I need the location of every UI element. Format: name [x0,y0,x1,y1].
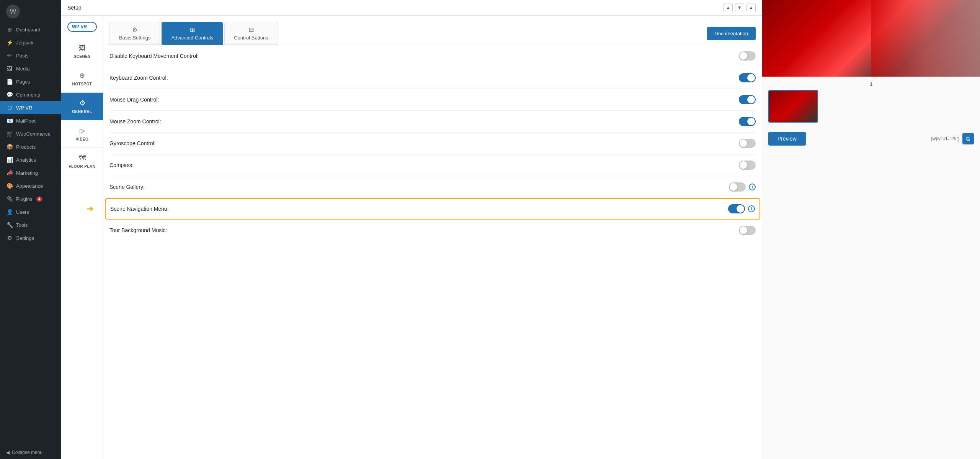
sidebar-item-users[interactable]: 👤 Users [0,205,61,218]
toggle-mouse-zoom[interactable] [739,117,756,126]
sidebar-item-label: Posts [16,53,29,59]
sidebar-item-jetpack[interactable]: ⚡ Jetpack [0,36,61,49]
left-nav-item-video[interactable]: ▷ VIDEO [61,120,103,148]
setting-row-gyroscope: Gyroscope Control: [109,133,756,154]
left-nav-item-scenes[interactable]: 🖼 SCENES [61,38,103,65]
setting-row-mouse-drag: Mouse Drag Control: [109,89,756,111]
mailpoet-icon: 📧 [6,117,13,124]
wp-vr-icon: ⬡ [6,104,13,111]
sidebar-item-analytics[interactable]: 📊 Analytics [0,153,61,166]
setting-label-scene-navigation: Scene Navigation Menu: [110,206,169,212]
sidebar-item-label: Tools [16,222,28,228]
sidebar-item-appearance[interactable]: 🎨 Appearance [0,179,61,192]
scenes-nav-label: SCENES [74,54,90,59]
main-area: Setup ▲ ▼ ▲ WP VR 🖼 SCENES⊕ HOTSPOT⚙ GEN… [61,0,980,459]
setting-label-mouse-zoom: Mouse Zoom Control: [109,118,161,125]
setting-label-scene-gallery: Scene Gallery: [109,184,145,190]
setting-controls-compass [739,161,756,170]
info-icon-scene-navigation[interactable]: i [748,205,755,212]
sidebar-item-wp-vr[interactable]: ⬡ WP VR [0,101,61,114]
dashboard-icon: ⊞ [6,26,13,33]
advanced-controls-tab-icon: ⊞ [190,26,195,33]
scene-number: 1 [768,81,974,87]
preview-background [762,0,980,77]
editor-panel: Setup ▲ ▼ ▲ WP VR 🖼 SCENES⊕ HOTSPOT⚙ GEN… [61,0,762,459]
sidebar-item-tools[interactable]: 🔧 Tools [0,218,61,231]
sidebar-item-pages[interactable]: 📄 Pages [0,75,61,88]
sidebar-item-woocommerce[interactable]: 🛒 WooCommerce [0,127,61,140]
toggle-scene-gallery[interactable] [729,182,746,192]
wp-logo-icon: W [6,5,20,18]
toggle-tour-background-music[interactable] [739,226,756,235]
sidebar-item-comments[interactable]: 💬 Comments [0,88,61,101]
settings-icon: ⚙ [6,234,13,241]
sidebar-item-posts[interactable]: ✏ Posts [0,49,61,62]
sidebar-item-label: Media [16,66,29,72]
sidebar-item-label: Plugins [16,196,33,202]
analytics-icon: 📊 [6,156,13,163]
inner-layout: WP VR 🖼 SCENES⊕ HOTSPOT⚙ GENERAL▷ VIDEO🗺… [61,16,762,459]
appearance-icon: 🎨 [6,182,13,189]
sidebar-item-products[interactable]: 📦 Products [0,140,61,153]
tab-control-buttons[interactable]: ⊟ Control Buttons [224,22,278,45]
shortcode-text: [wpvr id="25"] [931,136,959,141]
sidebar-item-label: Users [16,209,29,215]
setting-label-disable-keyboard: Disable Keyboard Movement Control: [109,53,199,59]
setting-controls-tour-background-music [739,226,756,235]
setting-label-gyroscope: Gyroscope Control: [109,140,156,146]
left-nav-item-hotspot[interactable]: ⊕ HOTSPOT [61,65,103,93]
setting-row-scene-navigation: ➜ Scene Navigation Menu: i [105,198,760,220]
setup-close-button[interactable]: ▲ [746,3,756,12]
highlight-arrow: ➜ [87,204,93,214]
setup-up-button[interactable]: ▲ [724,3,733,12]
copy-icon: ⧉ [966,136,970,142]
sidebar-item-dashboard[interactable]: ⊞ Dashboard [0,23,61,36]
setting-controls-scene-navigation: i [728,204,755,213]
tab-basic-settings[interactable]: ⚙ Basic Settings [109,22,160,45]
sidebar-item-mailpoet[interactable]: 📧 MailPoet [0,114,61,127]
toggle-keyboard-zoom[interactable] [739,73,756,82]
shortcode-area: [wpvr id="25"] ⧉ [931,133,974,144]
toggle-gyroscope[interactable] [739,139,756,148]
hotspot-nav-icon: ⊕ [79,71,85,80]
copy-shortcode-button[interactable]: ⧉ [962,133,974,144]
plugins-icon: 🔌 [6,195,13,202]
media-icon: 🖼 [6,65,13,72]
sidebar-item-plugins[interactable]: 🔌 Plugins 4 [0,192,61,205]
documentation-button[interactable]: Documentation [707,27,756,40]
preview-button[interactable]: Preview [768,132,806,146]
users-icon: 👤 [6,208,13,215]
setup-header-controls: ▲ ▼ ▲ [724,3,756,12]
content-area: ⚙ Basic Settings⊞ Advanced Controls⊟ Con… [103,16,762,459]
tab-advanced-controls[interactable]: ⊞ Advanced Controls [162,22,223,45]
sidebar-item-label: Appearance [16,183,43,189]
toggle-mouse-drag[interactable] [739,95,756,104]
toggle-scene-navigation[interactable] [728,204,745,213]
sidebar-item-label: WP VR [16,105,32,111]
setting-row-disable-keyboard: Disable Keyboard Movement Control: [109,45,756,67]
basic-settings-tab-icon: ⚙ [132,26,137,33]
setting-row-mouse-zoom: Mouse Zoom Control: [109,111,756,133]
control-buttons-tab-icon: ⊟ [249,26,254,33]
setup-down-button[interactable]: ▼ [735,3,744,12]
preview-image [762,0,980,77]
setting-controls-keyboard-zoom [739,73,756,82]
sidebar-item-media[interactable]: 🖼 Media [0,62,61,75]
setting-label-keyboard-zoom: Keyboard Zoom Control: [109,75,168,81]
sidebar-item-label: Products [16,144,36,150]
sidebar-item-label: Settings [16,235,34,241]
sidebar-item-marketing[interactable]: 📣 Marketing [0,166,61,179]
left-nav-item-floor-plan[interactable]: 🗺 FLOOR PLAN [61,148,103,175]
products-icon: 📦 [6,143,13,150]
collapse-menu-button[interactable]: ◀ Collapse menu [0,446,61,459]
left-nav-item-general[interactable]: ⚙ GENERAL [61,93,103,120]
toggle-disable-keyboard[interactable] [739,51,756,61]
scene-thumbnail[interactable] [768,90,818,123]
right-panel: 1 Preview [wpvr id="25"] ⧉ [762,0,980,459]
toggle-compass[interactable] [739,161,756,170]
wpvr-logo: WP VR [67,22,97,32]
marketing-icon: 📣 [6,169,13,176]
sidebar-item-settings[interactable]: ⚙ Settings [0,231,61,244]
setting-controls-scene-gallery: i [729,182,756,192]
info-icon-scene-gallery[interactable]: i [749,184,756,190]
